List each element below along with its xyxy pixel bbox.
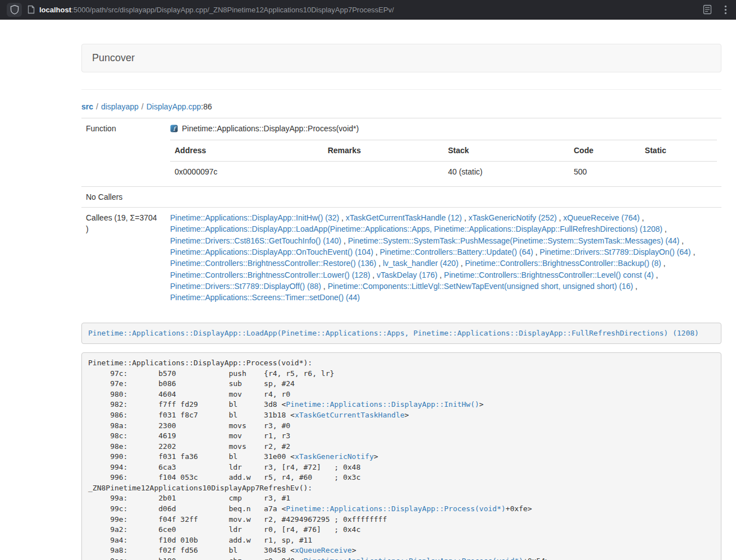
callee-link[interactable]: Pinetime::Controllers::BrightnessControl… (170, 270, 370, 279)
callee-link[interactable]: Pinetime::Applications::DisplayApp::Load… (170, 224, 662, 233)
function-row: Function f (81, 118, 721, 187)
breadcrumb-src[interactable]: src (81, 102, 93, 111)
cell-code: 500 (569, 161, 641, 182)
callee-link[interactable]: lv_task_handler (420) (383, 259, 459, 268)
page-icon (28, 5, 35, 14)
selected-callee-box: Pinetime::Applications::DisplayApp::Load… (81, 323, 721, 345)
symbol-link[interactable]: xTaskGetCurrentTaskHandle (295, 411, 405, 419)
page-content: Puncover src/displayapp/DisplayApp.cpp:8… (81, 20, 721, 560)
col-address: Address (170, 140, 323, 161)
toolbar-actions (702, 3, 728, 16)
callee-link[interactable]: Pinetime::Controllers::BrightnessControl… (465, 259, 661, 268)
callees-list: Pinetime::Applications::DisplayApp::Init… (166, 208, 721, 308)
reader-view-button[interactable] (702, 3, 713, 16)
menu-button[interactable] (723, 4, 728, 16)
callee-link[interactable]: Pinetime::Controllers::BrightnessControl… (444, 270, 653, 279)
callee-link[interactable]: Pinetime::Drivers::St7789::DisplayOff() … (170, 282, 321, 291)
function-label: Function (81, 118, 166, 187)
callee-link[interactable]: Pinetime::Applications::DisplayApp::OnTo… (170, 247, 373, 256)
cell-stack: 40 (static) (444, 161, 569, 182)
url-path: :5000/path/src/displayapp/DisplayApp.cpp… (71, 6, 394, 14)
shield-button[interactable] (7, 3, 22, 17)
callee-link[interactable]: Pinetime::Drivers::Cst816S::GetTouchInfo… (170, 236, 341, 245)
symbol-link[interactable]: Pinetime::Applications::DisplayApp::Proc… (286, 504, 505, 513)
callee-link[interactable]: Pinetime::Components::LittleVgl::SetNewT… (328, 282, 633, 291)
callee-link[interactable]: Pinetime::Drivers::St7789::DisplayOn() (… (540, 247, 691, 256)
breadcrumb-separator: / (139, 102, 147, 111)
callee-link[interactable]: vTaskDelay (176) (377, 270, 437, 279)
symbol-link[interactable]: xTaskGenericNotify (295, 452, 374, 461)
app-brand[interactable]: Puncover (92, 52, 135, 64)
app-navbar: Puncover (81, 44, 721, 72)
callees-row: Callees (19, Σ=3704 ) Pinetime::Applicat… (81, 208, 721, 308)
col-code: Code (569, 140, 641, 161)
stats-value-row: 0x0000097c 40 (static) 500 (170, 161, 717, 182)
callees-label: Callees (19, Σ=3704 ) (81, 208, 166, 308)
function-name: Pinetime::Applications::DisplayApp::Proc… (182, 123, 359, 134)
callee-link[interactable]: Pinetime::Controllers::BrightnessControl… (170, 259, 376, 268)
kebab-menu-icon (724, 5, 727, 15)
symbol-link[interactable]: Pinetime::Applications::DisplayApp::Init… (286, 400, 479, 408)
col-static: Static (641, 140, 717, 161)
url-bar[interactable]: localhost:5000/path/src/displayapp/Displ… (28, 5, 696, 14)
symbol-link[interactable]: xQueueReceive (295, 546, 352, 554)
symbol-link[interactable]: Pinetime::Applications::DisplayApp::Proc… (304, 557, 523, 560)
no-callers-label: No Callers (81, 186, 166, 207)
cell-address: 0x0000097c (170, 161, 323, 182)
function-table: Function f (81, 118, 721, 308)
stats-header-row: Address Remarks Stack Code Static (170, 140, 717, 161)
disassembly: Pinetime::Applications::DisplayApp::Proc… (81, 352, 721, 560)
function-stats-table: Address Remarks Stack Code Static 0x0000… (170, 140, 717, 182)
selected-callee-link[interactable]: Pinetime::Applications::DisplayApp::Load… (88, 329, 699, 337)
breadcrumb-separator: / (93, 102, 101, 111)
callee-link[interactable]: Pinetime::Applications::DisplayApp::Init… (170, 213, 339, 222)
url-host: localhost (39, 6, 71, 14)
callee-link[interactable]: xTaskGenericNotify (252) (468, 213, 556, 222)
cell-remarks (323, 161, 444, 182)
reader-view-icon (703, 4, 712, 15)
callee-link[interactable]: xTaskGetCurrentTaskHandle (12) (346, 213, 462, 222)
divider (81, 89, 721, 90)
callee-link[interactable]: xQueueReceive (764) (563, 213, 639, 222)
breadcrumb-displayapp[interactable]: displayapp (101, 102, 139, 111)
callee-link[interactable]: Pinetime::Controllers::Battery::Update()… (380, 247, 533, 256)
col-stack: Stack (444, 140, 569, 161)
shield-icon (10, 4, 19, 15)
function-icon: f (170, 125, 178, 132)
browser-toolbar: localhost:5000/path/src/displayapp/Displ… (0, 0, 736, 20)
cell-static (641, 161, 717, 182)
breadcrumb: src/displayapp/DisplayApp.cpp:86 (81, 101, 721, 112)
no-callers-row: No Callers (81, 186, 721, 207)
callee-link[interactable]: Pinetime::Applications::Screens::Timer::… (170, 293, 360, 302)
callee-link[interactable]: Pinetime::System::SystemTask::PushMessag… (348, 236, 680, 245)
breadcrumb-line-number: :86 (201, 102, 212, 111)
breadcrumb-file[interactable]: DisplayApp.cpp (147, 102, 201, 111)
col-remarks: Remarks (323, 140, 444, 161)
